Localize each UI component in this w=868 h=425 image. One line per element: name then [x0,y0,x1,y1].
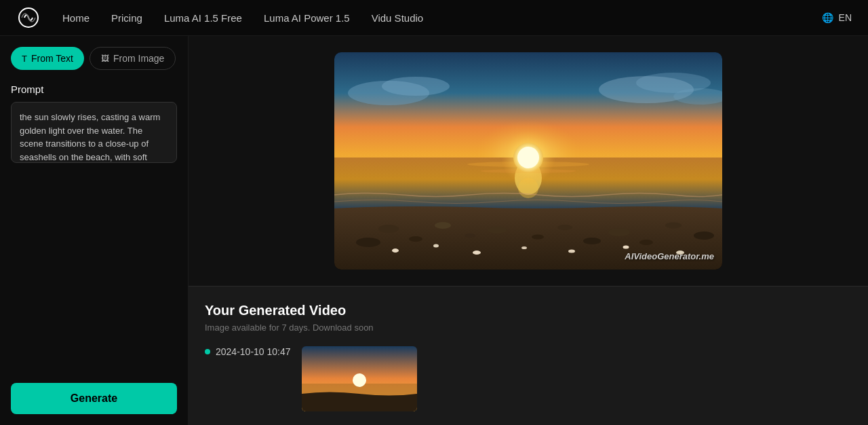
svg-point-13 [378,225,399,233]
svg-point-18 [488,227,507,234]
svg-point-31 [623,246,629,249]
nav-luma-free[interactable]: Luma AI 1.5 Free [164,12,242,24]
svg-point-20 [557,225,572,230]
generated-section: Your Generated Video Image available for… [189,286,868,425]
from-text-tab[interactable]: T From Text [11,47,84,70]
video-list: 2024-10-10 10:47 [205,346,852,411]
logo-icon [16,5,41,30]
svg-point-15 [435,222,451,229]
nav-luma-power[interactable]: Luma AI Power 1.5 [264,12,350,24]
status-dot [205,349,210,354]
language-label[interactable]: EN [839,12,852,23]
generated-subtitle: Image available for 7 days. Download soo… [205,322,852,333]
nav-links: Home Pricing Luma AI 1.5 Free Luma AI Po… [62,12,822,24]
nav-right: 🌐 EN [822,12,852,23]
svg-point-14 [409,236,422,242]
timestamp-text: 2024-10-10 10:47 [216,346,291,357]
navbar: Home Pricing Luma AI 1.5 Free Luma AI Po… [0,0,868,36]
generated-title: Your Generated Video [205,303,852,318]
svg-point-24 [665,223,682,229]
video-thumbnail[interactable] [302,346,417,411]
svg-point-27 [433,244,439,248]
logo[interactable] [16,5,41,30]
globe-icon: 🌐 [822,12,833,23]
svg-point-35 [517,147,539,168]
nav-vidu[interactable]: Vidu Studio [372,12,423,24]
svg-point-21 [583,238,601,244]
text-icon: T [22,54,27,64]
sidebar: T From Text 🖼 From Image Prompt the sun … [0,36,189,425]
svg-point-29 [521,246,527,249]
sunset-scene [334,52,722,270]
prompt-text: the sun slowly rises, casting a warm gol… [20,112,160,163]
nav-pricing[interactable]: Pricing [111,12,142,24]
generate-button[interactable]: Generate [11,383,177,414]
svg-point-22 [608,228,630,236]
video-frame: AIVideoGenerator.me [334,52,722,270]
video-preview-area: AIVideoGenerator.me [189,36,868,286]
svg-point-19 [532,235,544,240]
svg-point-17 [356,238,380,247]
svg-point-23 [639,240,653,245]
nav-home[interactable]: Home [62,12,90,24]
svg-point-26 [392,248,399,253]
svg-point-32 [676,251,684,255]
tab-buttons: T From Text 🖼 From Image [11,47,177,70]
svg-point-28 [473,251,481,255]
svg-point-39 [353,373,366,387]
video-timestamp: 2024-10-10 10:47 [205,346,291,357]
thumbnail-scene [302,346,417,411]
svg-point-25 [694,232,714,240]
video-item: 2024-10-10 10:47 [205,346,291,357]
prompt-label: Prompt [11,84,177,95]
from-image-tab[interactable]: 🖼 From Image [90,47,176,70]
main-layout: T From Text 🖼 From Image Prompt the sun … [0,36,868,425]
content-area: AIVideoGenerator.me Your Generated Video… [189,36,868,425]
svg-point-16 [465,234,475,238]
svg-point-30 [568,250,575,253]
svg-point-3 [382,77,450,96]
image-icon: 🖼 [101,54,109,63]
